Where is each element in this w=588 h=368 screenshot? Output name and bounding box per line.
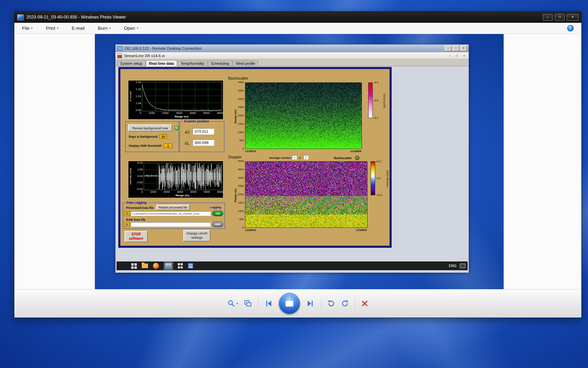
y-tick-label: 2000 [238,193,244,196]
average-of-label: of [299,156,301,159]
raw-drive-selector[interactable]: C [125,222,130,227]
tab-real-time-data[interactable]: Real time data [146,60,177,66]
data-logging-title: Data Logging [125,201,148,204]
rays-value-field[interactable]: 10 [159,134,167,139]
app-title: StreamLine XR v14-6.vi [124,54,446,58]
raw-logging-toggle[interactable]: OFF [212,222,223,227]
x-tick-label: 6000 [217,190,223,193]
help-icon[interactable]: ? [567,25,574,32]
toolbar-separator [258,298,258,309]
photo-viewer-window: 2023-09-21_03-40-00.935 - Windows Photo … [14,11,582,318]
menu-print[interactable]: Print ▾ [46,26,58,31]
y-tick-label: 3000 [238,176,244,179]
play-slideshow-button[interactable] [279,293,300,314]
chevron-down-icon: ▾ [236,302,238,305]
tab-scheduling[interactable]: Scheduling [208,60,232,66]
menu-open[interactable]: Open ▾ [124,26,138,31]
file-explorer-icon[interactable] [142,264,148,268]
tab-system-setup[interactable]: System setup [117,60,146,66]
change-lidar-settings-button[interactable]: Change LiDAR Settings [183,230,210,241]
rdp-maximize-button[interactable]: □ [453,46,459,51]
average-number-label: Average number [269,156,291,159]
display-size-button[interactable] [244,299,252,308]
y-tick-label: 1500 [238,122,244,125]
app-titlebar: StreamLine XR v14-6.vi – □ × [115,52,469,59]
raw-path-field[interactable] [131,222,211,227]
y-tick-label: 2500 [238,105,244,109]
y-tick-label: 2.50 [137,168,143,171]
backscatter-plot [245,82,362,149]
backscatter-toggle-led[interactable] [355,156,359,160]
average-total-field[interactable]: 1 [303,155,308,159]
y-tick-label: 3500 [238,89,244,92]
az-label: AZ [185,130,190,134]
az-value-field[interactable]: 079.011 [192,128,214,135]
menu-file[interactable]: File ▾ [22,26,33,31]
backscatter-title: Backscatter [228,76,248,80]
close-button[interactable]: × [567,14,579,21]
x-tick-label: 5000 [203,111,210,115]
tab-temp-humidity[interactable]: Temp/humidity [177,60,208,66]
rotate-ccw-icon [327,299,335,308]
maximize-button[interactable]: □ [555,14,565,21]
app-close-button[interactable]: × [461,54,467,57]
x-tick-label: 4000 [190,190,197,193]
processed-logging-toggle[interactable]: ON [212,211,223,216]
colorbar-tick-label: -10.0 [376,193,382,197]
x-tick-label: 2000 [162,111,169,115]
rdp-minimize-button[interactable]: – [445,46,451,51]
app-restore-button[interactable]: □ [454,54,460,57]
rotate-counterclockwise-button[interactable] [327,299,335,308]
rotate-clockwise-button[interactable] [341,299,349,308]
delete-button[interactable] [361,300,369,307]
chevron-down-icon: ▾ [57,27,58,30]
average-number-field[interactable]: 1 [292,155,297,159]
rdp-close-button[interactable]: × [460,46,467,51]
backscatter-x-end-label: 1218509 [340,150,361,153]
tab-wind-profile[interactable]: Wind profile [233,60,258,66]
minimize-button[interactable]: – [543,14,553,21]
photo-viewer-icon [17,14,24,20]
y-tick-label: 0 [243,226,244,229]
menu-burn[interactable]: Burn ▾ [98,26,111,31]
snr-value-field[interactable]: 1 [164,143,172,148]
app-grid-icon[interactable] [178,263,183,268]
rdp-title: 192.168.0.122 - Remote Desktop Connectio… [124,46,444,50]
x-tick-label: 3000 [177,190,183,193]
start-icon[interactable] [131,263,137,269]
rdp-icon [117,46,122,50]
menu-email[interactable]: E-mail [72,26,85,31]
stop-button-line1: STOP [131,232,141,237]
firefox-icon[interactable] [153,263,159,269]
y-tick-label: 2000 [238,114,244,117]
photo-image: 192.168.0.122 - Remote Desktop Connectio… [95,34,504,289]
active-app-icon[interactable] [164,262,173,270]
x-tick-label: 3000 [176,111,182,115]
document-app-icon[interactable] [188,263,193,268]
processed-drive-selector[interactable]: C [125,211,130,216]
colorbar-tick-label: -8.0 [373,116,378,120]
app-minimize-button[interactable]: – [447,54,453,57]
a-scope-graph: A-scope 1.201.151.101.050.99 01000200030… [128,81,223,119]
language-indicator[interactable]: ENG [449,264,456,268]
zoom-button[interactable]: ▾ [227,299,238,308]
doppler-colorbar-label: Velocity (m/s) [385,164,389,194]
rays-stepper[interactable]: ▲▼ [156,134,158,139]
display-tray-icon[interactable] [460,264,465,268]
processed-path-field[interactable]: C:\Lidar\Data\Proc\2023\202309\20230921\… [131,211,211,216]
a-scope-plot [142,82,222,111]
stop-software-button[interactable]: STOP software [125,231,148,242]
restart-processed-file-button[interactable]: Restart processed file [156,205,190,210]
el-value-field[interactable]: 000.098 [192,139,214,146]
snr-threshold-label: Display SNR threshold [129,144,161,148]
previous-button[interactable] [264,299,273,308]
window-title: 2023-09-21_03-40-00.935 - Windows Photo … [26,15,541,20]
next-button[interactable] [306,299,315,308]
x-tick-label: 2000 [163,190,170,193]
rays-in-background-label: Rays in background [129,135,157,138]
y-tick-label: 2500 [238,184,244,188]
renew-background-button[interactable]: Renew background now [128,124,172,131]
a-scope-x-axis-label: Range (m) [142,115,221,118]
snr-stepper[interactable]: ▲▼ [161,143,162,148]
viewer-toolbar: ▾ [14,289,581,318]
